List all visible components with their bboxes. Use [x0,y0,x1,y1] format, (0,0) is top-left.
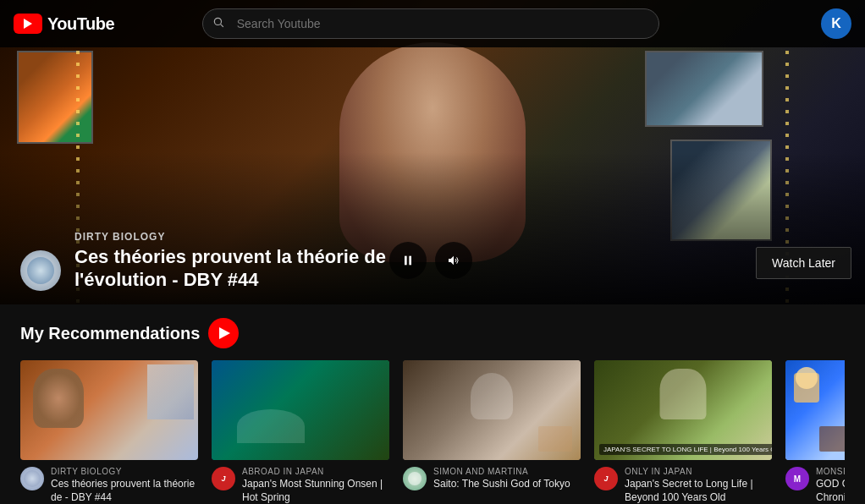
channel-icon [403,467,427,490]
channel-icon: J [594,467,618,490]
header: YouTube K [0,0,865,47]
video-meta: M MONSIEUR GOD OF Chroniq... [785,467,845,504]
video-title: Japan's Secret to Long Life | Beyond 100… [625,478,772,504]
search-icon [212,16,224,31]
rec-header: My Recommendations [20,318,845,348]
video-title: Japan's Most Stunning Onsen | Hot Spring [242,478,389,504]
hero-content: DIRTY BIOLOGY Ces théories prouvent la t… [20,231,386,291]
logo-text: YouTube [47,14,114,34]
video-cards: DIRTY BIOLOGY Ces théories prouvent la t… [20,360,845,504]
video-channel-tag: MONSIEUR [816,467,845,476]
channel-icon [20,467,44,490]
search-input[interactable] [202,8,659,39]
hero-controls [389,242,472,279]
video-info: SIMON AND MARTINA Saito: The Sushi God o… [433,467,570,491]
video-card[interactable]: DIRTY BIOLOGY Ces théories prouvent la t… [20,360,198,504]
channel-avatar [20,250,61,291]
watch-later-button[interactable]: Watch Later [756,247,851,279]
svg-point-0 [214,18,221,25]
video-channel-tag: SIMON AND MARTINA [433,467,570,476]
painting-left [17,51,93,144]
video-meta: J ABROAD IN JAPAN Japan's Most Stunning … [212,467,389,504]
video-card[interactable]: M MONSIEUR GOD OF Chroniq... [785,360,845,504]
video-thumbnail [403,360,581,460]
video-thumbnail [20,360,198,460]
svg-rect-2 [405,256,407,266]
recommendations-section: My Recommendations DIRTY BIOLOGY Ces thé… [0,304,865,504]
channel-icon: M [785,467,809,490]
svg-marker-4 [449,256,454,266]
volume-button[interactable] [435,242,472,279]
video-title: Saito: The Sushi God of Tokyo [433,478,570,491]
video-meta: SIMON AND MARTINA Saito: The Sushi God o… [403,467,581,491]
rec-play-button[interactable] [208,318,239,348]
avatar[interactable]: K [821,8,851,39]
video-thumbnail [212,360,389,460]
pause-button[interactable] [389,242,427,279]
rec-title: My Recommendations [20,324,200,343]
video-title: Ces théories prouvent la théorie de - DB… [51,478,198,504]
video-thumbnail: JAPAN'S SECRET TO LONG LIFE | Beyond 100… [594,360,772,460]
logo[interactable]: YouTube [14,14,114,34]
search-bar [202,8,659,39]
video-channel-tag: ONLY IN JAPAN [625,467,772,476]
video-thumbnail [785,360,845,460]
painting-right-top [645,51,763,127]
video-info: ONLY IN JAPAN Japan's Secret to Long Lif… [625,467,772,504]
video-channel-tag: DIRTY BIOLOGY [51,467,198,476]
video-title: GOD OF Chroniq... [816,478,845,504]
video-channel-tag: ABROAD IN JAPAN [242,467,389,476]
video-info: ABROAD IN JAPAN Japan's Most Stunning On… [242,467,389,504]
video-card[interactable]: J ABROAD IN JAPAN Japan's Most Stunning … [212,360,389,504]
thumb-overlay-text: JAPAN'S SECRET TO LONG LIFE | Beyond 100… [599,444,772,455]
video-meta: DIRTY BIOLOGY Ces théories prouvent la t… [20,467,198,504]
video-card[interactable]: JAPAN'S SECRET TO LONG LIFE | Beyond 100… [594,360,772,504]
svg-line-1 [220,25,223,27]
channel-icon: J [212,467,235,490]
svg-rect-3 [409,256,411,266]
video-info: MONSIEUR GOD OF Chroniq... [816,467,845,504]
video-card[interactable]: SIMON AND MARTINA Saito: The Sushi God o… [403,360,581,504]
hero-title: Ces théories prouvent la théorie del'évo… [74,246,386,291]
hero-text: DIRTY BIOLOGY Ces théories prouvent la t… [74,231,386,291]
video-info: DIRTY BIOLOGY Ces théories prouvent la t… [51,467,198,504]
youtube-logo-icon [14,14,42,34]
hero-channel-name: DIRTY BIOLOGY [74,231,386,243]
video-meta: J ONLY IN JAPAN Japan's Secret to Long L… [594,467,772,504]
